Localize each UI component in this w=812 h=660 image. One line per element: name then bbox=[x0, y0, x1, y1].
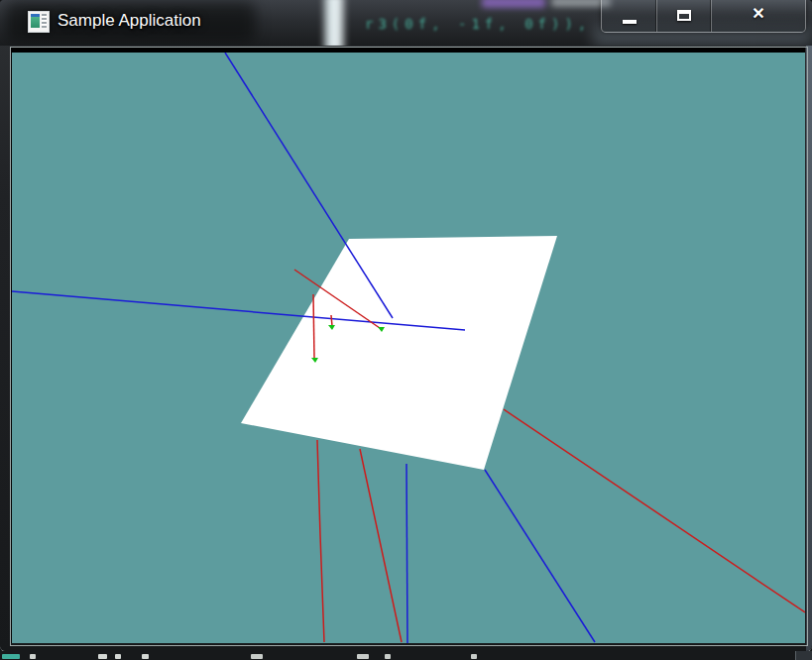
background-code-sliver bbox=[98, 654, 107, 659]
3d-viewport[interactable] bbox=[12, 53, 805, 643]
background-code-sliver bbox=[357, 654, 369, 659]
titlebar[interactable]: r3(0f, -1f, 0f)), Sample Application ✕ bbox=[0, 0, 812, 46]
window-title: Sample Application bbox=[58, 11, 201, 31]
background-code-sliver bbox=[251, 654, 263, 659]
caption-button-group: ✕ bbox=[601, 0, 806, 33]
ray-red-vertical bbox=[313, 294, 314, 358]
background-code-blur-keyword bbox=[482, 0, 545, 8]
background-code-sliver bbox=[142, 654, 149, 659]
background-code-sliver bbox=[471, 654, 477, 659]
maximize-icon bbox=[677, 10, 691, 21]
minimize-icon bbox=[623, 20, 637, 24]
minimize-button[interactable] bbox=[602, 0, 656, 32]
app-window: r3(0f, -1f, 0f)), Sample Application ✕ bbox=[0, 0, 812, 651]
background-editor-strip bbox=[0, 651, 812, 660]
close-button[interactable]: ✕ bbox=[711, 0, 805, 32]
ray-blue-bottom-vertical bbox=[406, 464, 407, 643]
app-icon[interactable] bbox=[28, 11, 50, 33]
background-editor-element bbox=[795, 651, 812, 660]
background-code-sliver bbox=[2, 654, 20, 659]
background-code-sliver bbox=[115, 654, 121, 659]
close-icon: ✕ bbox=[712, 4, 805, 23]
background-code-sliver bbox=[30, 654, 36, 659]
ray-red-short bbox=[331, 315, 332, 326]
desktop-screen: r3(0f, -1f, 0f)), Sample Application ✕ bbox=[0, 0, 812, 660]
maximize-button[interactable] bbox=[656, 0, 711, 32]
background-bright-strip bbox=[320, 0, 348, 46]
background-code-sliver bbox=[385, 654, 391, 659]
